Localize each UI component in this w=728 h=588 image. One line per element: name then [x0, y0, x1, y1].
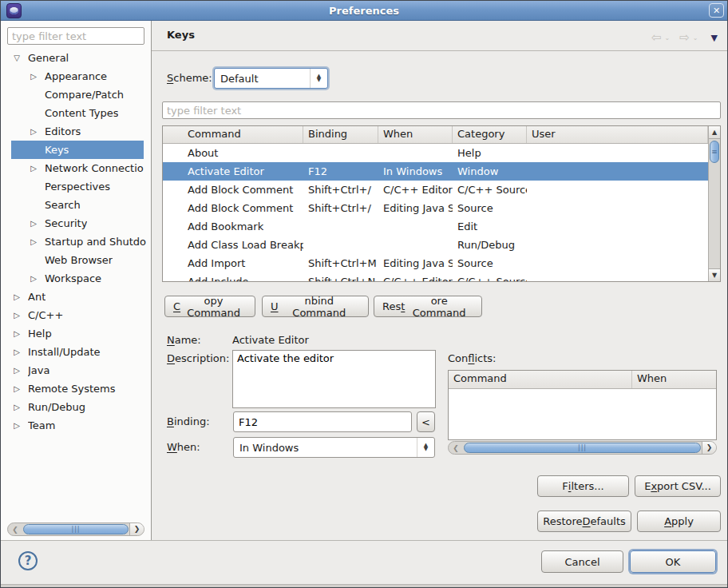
- cell-command: Add Block Comment: [163, 184, 303, 196]
- sidebar-hscrollbar[interactable]: ❮ ||| ❯: [7, 522, 144, 536]
- tree-expander-icon[interactable]: ▷: [29, 72, 38, 81]
- conflicts-col-when[interactable]: When: [632, 371, 716, 388]
- sidebar-tree-item[interactable]: ▷ Run/Debug: [1, 398, 151, 416]
- back-chevron-icon[interactable]: ⌄: [665, 34, 671, 42]
- sidebar-tree-item[interactable]: ▷ Java: [1, 361, 151, 379]
- sidebar-tree-item[interactable]: ▷ C/C++: [1, 306, 151, 324]
- tree-expander-icon[interactable]: ▽: [12, 54, 22, 62]
- sidebar-tree-item[interactable]: ▷ Startup and Shutdo: [1, 232, 151, 251]
- cell-when: Editing Java Source: [378, 257, 453, 269]
- capture-binding-button[interactable]: <: [417, 411, 435, 432]
- forward-arrow-icon[interactable]: ⇨: [679, 30, 690, 45]
- col-when[interactable]: When: [378, 126, 453, 143]
- table-row[interactable]: Add Include Shift+Ctrl+N C/C++ Editor C/…: [163, 272, 708, 282]
- table-vscrollbar[interactable]: ▲ ≡ ▼: [708, 126, 720, 281]
- tree-expander-icon[interactable]: ▷: [12, 292, 22, 301]
- sidebar-tree-item[interactable]: ▷ Remote Systems: [1, 379, 151, 398]
- cell-binding: F12: [303, 165, 378, 177]
- tree-item-label: Search: [45, 199, 81, 211]
- sidebar-tree-item[interactable]: ▷ Network Connectio: [1, 159, 151, 177]
- col-category[interactable]: Category: [453, 126, 527, 143]
- scroll-right-icon[interactable]: ❯: [129, 523, 144, 535]
- filters-button[interactable]: Filters...: [537, 475, 629, 497]
- window-title: Preferences: [1, 5, 727, 17]
- forward-chevron-icon[interactable]: ⌄: [693, 34, 698, 42]
- sidebar-tree-item[interactable]: Web Browser: [1, 251, 151, 269]
- sidebar-tree-item[interactable]: ▷ Install/Update: [1, 343, 151, 361]
- tree-expander-icon[interactable]: ▷: [12, 348, 22, 356]
- scroll-right-icon[interactable]: ❯: [702, 442, 716, 454]
- scroll-down-icon[interactable]: ▼: [709, 268, 720, 281]
- sidebar-tree-item[interactable]: ▽ General: [1, 49, 151, 67]
- tree-expander-icon[interactable]: ▷: [12, 311, 22, 320]
- sidebar-tree-item[interactable]: Compare/Patch: [1, 85, 151, 104]
- unbind-command-button[interactable]: Unbind Command: [262, 296, 369, 317]
- cell-category: Run/Debug: [453, 239, 527, 251]
- sidebar-tree-item[interactable]: Keys: [11, 141, 144, 159]
- sidebar-tree-item[interactable]: ▷ Security: [1, 214, 151, 232]
- cell-when: In Windows: [378, 165, 453, 177]
- sidebar-tree-item[interactable]: ▷ Appearance: [1, 67, 151, 85]
- tree-item-label: C/C++: [28, 309, 63, 321]
- col-binding[interactable]: Binding: [303, 126, 378, 143]
- tree-expander-icon[interactable]: ▷: [29, 274, 38, 283]
- export-csv-button[interactable]: Export CSV...: [635, 475, 721, 497]
- sidebar-filter-input[interactable]: [7, 27, 144, 45]
- col-command[interactable]: Command: [163, 126, 303, 143]
- sidebar-tree-item[interactable]: Perspectives: [1, 177, 151, 196]
- restore-defaults-button[interactable]: Restore Defaults: [537, 511, 631, 532]
- sidebar-tree-item[interactable]: ▷ Workspace: [1, 269, 151, 288]
- scroll-up-icon[interactable]: ▲: [709, 126, 720, 139]
- back-arrow-icon[interactable]: ⇦: [651, 30, 662, 45]
- scrollbar-thumb[interactable]: |||: [464, 443, 701, 453]
- sidebar-tree-item[interactable]: ▷ Team: [1, 416, 151, 435]
- sidebar-tree-item[interactable]: ▷ Editors: [1, 122, 151, 141]
- sidebar-tree-item[interactable]: Content Types: [1, 104, 151, 122]
- sidebar-tree-item[interactable]: Search: [1, 196, 151, 214]
- scroll-left-icon[interactable]: ❮: [449, 444, 463, 452]
- preferences-tree: ▽ General ▷ Appearance Compare/Patch Con…: [1, 49, 151, 435]
- tree-item-label: Appearance: [45, 70, 107, 82]
- cancel-button[interactable]: Cancel: [541, 550, 623, 573]
- copy-command-button[interactable]: Copy Command: [164, 296, 255, 317]
- table-row[interactable]: About Help: [163, 144, 708, 162]
- tree-expander-icon[interactable]: ▷: [29, 219, 38, 228]
- tree-expander-icon[interactable]: ▷: [29, 164, 38, 173]
- scrollbar-thumb[interactable]: ≡: [710, 141, 719, 163]
- when-combo[interactable]: In Windows ▲▼: [233, 437, 435, 458]
- command-filter-input[interactable]: [162, 101, 721, 119]
- table-row[interactable]: Activate Editor F12 In Windows Window: [163, 162, 708, 181]
- sidebar-tree-item[interactable]: ▷ Ant: [1, 288, 151, 306]
- table-row[interactable]: Add Class Load Breakpoint Run/Debug: [163, 236, 708, 254]
- tree-expander-icon[interactable]: ▷: [29, 127, 38, 136]
- ok-button[interactable]: OK: [630, 550, 716, 573]
- apply-button[interactable]: Apply: [637, 511, 721, 532]
- sidebar: ▽ General ▷ Appearance Compare/Patch Con…: [1, 21, 152, 540]
- table-row[interactable]: Add Import Shift+Ctrl+M Editing Java Sou…: [163, 254, 708, 272]
- cell-command: Add Class Load Breakpoint: [163, 239, 303, 251]
- description-field[interactable]: Activate the editor: [232, 350, 436, 408]
- scheme-combo[interactable]: Default ▲▼: [214, 68, 328, 89]
- tree-expander-icon[interactable]: ▷: [12, 366, 22, 375]
- scrollbar-thumb[interactable]: |||: [23, 524, 129, 534]
- table-row[interactable]: Add Block Comment Shift+Ctrl+/ Editing J…: [163, 199, 708, 217]
- col-user[interactable]: User: [527, 126, 708, 143]
- tree-expander-icon[interactable]: ▷: [12, 421, 22, 430]
- scroll-left-icon[interactable]: ❮: [8, 526, 22, 534]
- restore-command-button[interactable]: Restore Command: [374, 296, 482, 317]
- tree-expander-icon[interactable]: ▷: [12, 384, 22, 393]
- table-row[interactable]: Add Block Comment Shift+Ctrl+/ C/C++ Edi…: [163, 181, 708, 199]
- conflicts-hscrollbar[interactable]: ❮ ||| ❯: [448, 441, 717, 455]
- conflicts-col-command[interactable]: Command: [449, 371, 632, 388]
- help-button[interactable]: ?: [18, 551, 38, 570]
- binding-field[interactable]: [233, 411, 412, 432]
- tree-expander-icon[interactable]: ▷: [12, 329, 22, 338]
- titlebar[interactable]: Preferences ✕: [1, 1, 727, 21]
- sidebar-tree-item[interactable]: ▷ Help: [1, 324, 151, 343]
- tree-expander-icon[interactable]: ▷: [12, 403, 22, 411]
- close-button[interactable]: ✕: [709, 3, 724, 18]
- table-row[interactable]: Add Bookmark Edit: [163, 217, 708, 236]
- tree-item-label: Security: [45, 217, 87, 229]
- tree-expander-icon[interactable]: ▷: [29, 237, 38, 246]
- view-menu-icon[interactable]: ▼: [711, 33, 718, 43]
